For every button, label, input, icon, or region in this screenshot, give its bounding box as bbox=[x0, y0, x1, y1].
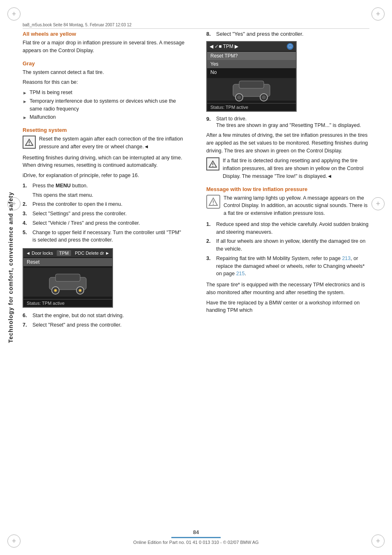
note-triangle-icon bbox=[23, 136, 36, 149]
list-item: ►TPM is being reset bbox=[23, 89, 186, 97]
corner-decoration-bl bbox=[7, 534, 21, 548]
screen-footer: Status: TPM active bbox=[23, 299, 112, 307]
section-gray-heading: Gray bbox=[23, 60, 186, 67]
warning-note-box: The warning lamp lights up yellow. A mes… bbox=[206, 194, 369, 217]
sidebar-label: Technology for comfort, convenience and … bbox=[5, 62, 16, 473]
screen-header2: ◀ ✓■ TPM ▶ ⓘ bbox=[207, 42, 296, 51]
svg-point-10 bbox=[79, 289, 81, 292]
list-item: 2.Press the controller to open the i men… bbox=[23, 200, 186, 208]
screen-body: Reset bbox=[23, 257, 112, 299]
screen-header: ◄ Door locks TPM PDC Delete dr ► bbox=[23, 249, 112, 257]
svg-point-19 bbox=[212, 166, 213, 167]
note-reset-text: Reset the system again after each correc… bbox=[39, 135, 186, 151]
bullet-arrow-icon: ► bbox=[23, 98, 27, 105]
screen-mockup-tpm2: ◀ ✓■ TPM ▶ ⓘ Reset TPM? Yes No bbox=[206, 41, 297, 112]
screen-row-reset: Reset bbox=[23, 258, 112, 266]
list-item: 2.If all four wheels are shown in yellow… bbox=[206, 237, 369, 253]
note-flat-text: If a flat tire is detected during resett… bbox=[223, 157, 369, 180]
screen-mockup-tpm: ◄ Door locks TPM PDC Delete dr ► Reset bbox=[23, 248, 113, 308]
svg-point-9 bbox=[54, 289, 57, 292]
screen-header-mid: TPM bbox=[57, 250, 71, 256]
corner-decoration-br bbox=[371, 534, 385, 548]
resetting-para1: Resetting finishes during driving, which… bbox=[23, 154, 186, 170]
corner-decoration-mr bbox=[371, 197, 385, 210]
screen-car-area2 bbox=[207, 78, 296, 101]
svg-point-2 bbox=[29, 144, 30, 145]
right-para3: Have the tire replaced by a BMW center o… bbox=[206, 299, 369, 315]
warning-exclamation-icon bbox=[206, 195, 220, 209]
list-item: 3.Select "Settings" and press the contro… bbox=[23, 210, 186, 218]
page-footer: 84 Online Edition for Part no. 01 41 0 0… bbox=[23, 529, 369, 545]
list-item: ►Temporary interference due to systems o… bbox=[23, 97, 186, 113]
section-all-wheels-yellow-heading: All wheels are yellow bbox=[23, 31, 186, 37]
step9-row: 9. Start to drive. The tires are shown i… bbox=[206, 116, 369, 128]
section-resetting-heading: Resetting system bbox=[23, 127, 186, 133]
screen-car-area bbox=[23, 268, 112, 297]
list-item: 5.Change to upper field if necessary. Tu… bbox=[23, 229, 186, 244]
steps3-list: 1.Reduce speed and stop the vehicle care… bbox=[206, 221, 369, 278]
list-item: This opens the start menu. bbox=[23, 191, 186, 199]
gray-p2: Reasons for this can be: bbox=[23, 78, 186, 86]
footer-accent-line bbox=[171, 537, 221, 538]
page-number: 84 bbox=[23, 529, 369, 535]
step9-detail: The tires are shown in gray and "Resetti… bbox=[216, 122, 361, 128]
note-box-flat: If a flat tire is detected during resett… bbox=[206, 157, 369, 180]
screen-header-right: PDC Delete dr ► bbox=[75, 251, 110, 256]
section-all-wheels-yellow-text: Flat tire or a major drop in inflation p… bbox=[23, 39, 186, 55]
svg-point-16 bbox=[262, 95, 266, 99]
header-bar: ba8_m5us.book Seite 84 Montag, 5. Februa… bbox=[23, 23, 369, 29]
svg-rect-12 bbox=[239, 81, 264, 88]
steps-list: 1.Press the MENU button. This opens the … bbox=[23, 182, 186, 244]
step9-text: Start to drive. bbox=[216, 116, 361, 122]
screen-row-no: No bbox=[207, 68, 296, 76]
main-content: All wheels are yellow Flat tire or a maj… bbox=[23, 31, 369, 522]
svg-point-22 bbox=[213, 203, 214, 204]
screen-footer2: Status: TPM active bbox=[207, 103, 296, 111]
section-message-heading: Message with low tire inflation pressure bbox=[206, 186, 369, 192]
screen-row-reset-tpm: Reset TPM? bbox=[207, 52, 296, 60]
header-text: ba8_m5us.book Seite 84 Montag, 5. Februa… bbox=[23, 23, 131, 27]
screen-header-left: ◄ Door locks bbox=[26, 251, 53, 256]
right-column: 8. Select "Yes" and press the controller… bbox=[202, 31, 369, 332]
note-box-reset: Reset the system again after each correc… bbox=[23, 135, 186, 151]
screen-body2: Reset TPM? Yes No bbox=[207, 51, 296, 103]
list-item: 4.Select "Vehicle / Tires" and press the… bbox=[23, 219, 186, 227]
bullet-arrow-icon: ► bbox=[23, 90, 27, 97]
warning-note-text: The warning lamp lights up yellow. A mes… bbox=[224, 194, 369, 217]
bullet-arrow-icon: ► bbox=[23, 114, 27, 121]
screen-header2-icon: ⓘ bbox=[287, 43, 293, 50]
svg-rect-4 bbox=[55, 274, 80, 281]
list-item: 1.Press the MENU button. bbox=[23, 182, 186, 190]
list-item: 7.Select "Reset" and press the controlle… bbox=[23, 321, 186, 329]
step8-row: 8. Select "Yes" and press the controller… bbox=[206, 31, 369, 37]
gray-p1: The system cannot detect a flat tire. bbox=[23, 69, 186, 76]
screen-header2-left: ◀ ✓■ TPM ▶ bbox=[210, 44, 238, 49]
screen-row-yes: Yes bbox=[207, 60, 296, 68]
right-para1: After a few minutes of driving, the set … bbox=[206, 131, 369, 154]
list-item: 3.Repairing flat tire with M Mobility Sy… bbox=[206, 255, 369, 278]
two-column-layout: All wheels are yellow Flat tire or a maj… bbox=[23, 31, 369, 332]
list-item: 6.Start the engine, but do not start dri… bbox=[23, 312, 186, 320]
left-column: All wheels are yellow Flat tire or a maj… bbox=[23, 31, 190, 332]
right-para2: The spare tire* is equipped with the nec… bbox=[206, 281, 369, 297]
steps2-list: 6.Start the engine, but do not start dri… bbox=[23, 312, 186, 329]
car-diagram2-icon bbox=[223, 76, 280, 103]
footer-copyright: Online Edition for Part no. 01 41 0 013 … bbox=[23, 540, 369, 545]
list-item: 1.Reduce speed and stop the vehicle care… bbox=[206, 221, 369, 236]
corner-decoration-tl bbox=[7, 7, 21, 21]
gray-bullet-list: ►TPM is being reset ►Temporary interfere… bbox=[23, 89, 186, 121]
car-diagram-icon bbox=[39, 269, 97, 296]
svg-point-14 bbox=[237, 95, 241, 99]
corner-decoration-tr bbox=[371, 7, 385, 21]
note-triangle2-icon bbox=[206, 157, 219, 170]
resetting-para2: iDrive, for explanation of principle, re… bbox=[23, 172, 186, 180]
list-item: ►Malfunction bbox=[23, 113, 186, 121]
